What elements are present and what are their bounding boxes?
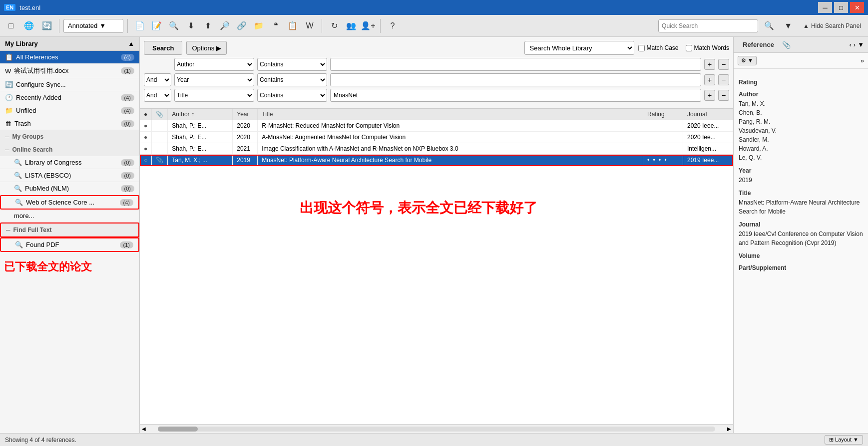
format-btn[interactable]: 📋: [285, 18, 301, 34]
search-value-input-3[interactable]: [330, 89, 701, 102]
col-year[interactable]: Year: [233, 109, 258, 120]
attach-icon[interactable]: 📎: [782, 41, 791, 49]
style-dropdown[interactable]: Annotated ▼: [63, 19, 123, 33]
search-scope-select[interactable]: Search Whole Library: [524, 41, 634, 55]
panel-forward-btn[interactable]: ›: [854, 41, 856, 48]
annotation-full-text: 出现这个符号，表示全文已经下载好了: [300, 199, 537, 218]
add-row-1-button[interactable]: +: [704, 59, 715, 70]
maximize-button[interactable]: □: [834, 2, 848, 13]
search-top-row: Search Options ▶ Search Whole Library Ma…: [144, 41, 729, 55]
options-button[interactable]: Options ▶: [186, 41, 227, 55]
sync-button[interactable]: 🔄: [39, 18, 55, 34]
scroll-right-btn[interactable]: ▶: [725, 426, 733, 432]
word-btn[interactable]: W: [302, 18, 318, 34]
sidebar-item-trash[interactable]: 🗑 Trash (0): [0, 117, 139, 130]
remove-row-2-button[interactable]: −: [718, 74, 729, 85]
row3-journal: Intelligen...: [683, 143, 733, 155]
find-full-text-header[interactable]: ─ Find Full Text: [0, 223, 139, 237]
link-btn[interactable]: 🔗: [234, 18, 250, 34]
references-table: ● 📎 Author ↑ Year Title Rating Journal ●…: [140, 109, 733, 166]
settings-btn[interactable]: ⚙ ▼: [738, 56, 757, 65]
search-field-select-3[interactable]: Title: [174, 89, 254, 102]
sidebar-item-docx[interactable]: W 尝试试用引用.docx (1): [0, 64, 139, 78]
sidebar-collapse-icon[interactable]: ▲: [128, 40, 134, 47]
sidebar-item-library-of-congress[interactable]: 🔍 Library of Congress (0): [0, 156, 139, 169]
col-title[interactable]: Title: [258, 109, 643, 120]
toolbar-separator-4: [380, 19, 381, 33]
new-ref-btn2[interactable]: 📄: [132, 18, 148, 34]
sidebar-item-configure-sync[interactable]: 🔄 Configure Sync...: [0, 78, 139, 91]
sidebar-item-all-references[interactable]: 📋 All References (4): [0, 51, 139, 64]
online-search-header[interactable]: ─ Online Search: [0, 143, 139, 156]
quick-search-btn[interactable]: 🔍: [761, 18, 777, 34]
search-operator-select-2[interactable]: And: [144, 73, 171, 86]
hide-search-panel-button[interactable]: ▲ Hide Search Panel: [799, 20, 865, 31]
search-field-select-1[interactable]: Author: [174, 58, 254, 71]
found-pdf-count: (1): [120, 241, 133, 248]
sidebar-item-found-pdf[interactable]: 🔍 Found PDF (1): [0, 237, 139, 252]
table-row-selected[interactable]: ○ 📎 Tan, M. X.; ... 2019 MnasNet: Platfo…: [140, 155, 733, 166]
search-value-input-1[interactable]: [330, 58, 701, 71]
table-row[interactable]: ● Shah, P.; E... 2021 Image Classificati…: [140, 143, 733, 155]
panel-back-btn[interactable]: ‹: [849, 41, 851, 48]
remove-row-1-button[interactable]: −: [718, 59, 729, 70]
col-journal[interactable]: Journal: [683, 109, 733, 120]
minimize-button[interactable]: ─: [818, 2, 832, 13]
search-value-input-2[interactable]: [330, 73, 701, 86]
folder-btn[interactable]: 📁: [251, 18, 267, 34]
find-btn[interactable]: 🔍: [166, 18, 182, 34]
online-search-button[interactable]: 🌐: [21, 18, 37, 34]
quote-btn[interactable]: ❝: [268, 18, 284, 34]
search-condition-select-1[interactable]: Contains: [257, 58, 327, 71]
quick-search-arrow-btn[interactable]: ▼: [780, 18, 796, 34]
author-2: Chen, B.: [739, 108, 863, 117]
sidebar-item-pubmed[interactable]: 🔍 PubMed (NLM) (0): [0, 182, 139, 195]
docx-label: 尝试试用引用.docx: [14, 66, 68, 75]
col-author[interactable]: Author ↑: [168, 109, 233, 120]
expand-right-icon[interactable]: »: [861, 57, 864, 64]
export-btn[interactable]: ⬆: [200, 18, 216, 34]
new-ref-button[interactable]: □: [3, 18, 19, 34]
year-field-value: 2019: [739, 176, 863, 185]
my-groups-header[interactable]: ─ My Groups: [0, 130, 139, 143]
layout-button[interactable]: ⊞ Layout ▼: [825, 435, 863, 445]
sidebar-item-recently-added[interactable]: 🕐 Recently Added (4): [0, 91, 139, 104]
search-condition-select-2[interactable]: Contains: [257, 73, 327, 86]
sidebar-item-lista[interactable]: 🔍 LISTA (EBSCO) (0): [0, 169, 139, 182]
person-add-btn[interactable]: 👤+: [360, 18, 376, 34]
search-field-select-2[interactable]: Year: [174, 73, 254, 86]
match-words-checkbox[interactable]: [686, 45, 692, 51]
search-condition-select-3[interactable]: Contains: [257, 89, 327, 102]
h-scrollbar-thumb[interactable]: [158, 427, 198, 432]
table-row[interactable]: ● Shah, P.; E... 2020 R-MnasNet: Reduced…: [140, 120, 733, 132]
refresh-btn[interactable]: ↻: [326, 18, 342, 34]
search-button[interactable]: Search: [144, 41, 182, 55]
import-btn[interactable]: ⬇: [183, 18, 199, 34]
toolbar-separator-1: [59, 19, 59, 33]
h-scrollbar[interactable]: [158, 427, 715, 432]
window-controls: ─ □ ✕: [818, 2, 864, 13]
quick-search-input[interactable]: [658, 19, 758, 32]
reference-tab[interactable]: Reference: [738, 39, 779, 50]
panel-options-btn[interactable]: ▼: [858, 41, 864, 48]
author-1: Tan, M. X.: [739, 99, 863, 108]
loc-label: Library of Congress: [25, 159, 81, 166]
people-btn[interactable]: 👥: [343, 18, 359, 34]
col-rating[interactable]: Rating: [643, 109, 683, 120]
remove-row-3-button[interactable]: −: [718, 90, 729, 101]
match-case-label: Match Case: [647, 44, 679, 51]
search-operator-select-3[interactable]: And: [144, 89, 171, 102]
sidebar-item-unfiled[interactable]: 📁 Unfiled (4): [0, 104, 139, 117]
add-row-3-button[interactable]: +: [704, 90, 715, 101]
edit-ref-btn[interactable]: 📝: [149, 18, 165, 34]
scroll-left-btn[interactable]: ◀: [140, 426, 148, 432]
sidebar-item-more[interactable]: more...: [0, 210, 139, 223]
close-button[interactable]: ✕: [850, 2, 864, 13]
help-button[interactable]: ?: [385, 18, 401, 34]
match-words-label: Match Words: [694, 44, 729, 51]
match-case-checkbox[interactable]: [638, 45, 645, 51]
sidebar-item-web-of-science[interactable]: 🔍 Web of Science Core ... (4): [0, 195, 139, 210]
search-btn2[interactable]: 🔎: [217, 18, 233, 34]
add-row-2-button[interactable]: +: [704, 74, 715, 85]
table-row[interactable]: ● Shah, P.; E... 2020 A-MnasNet: Augment…: [140, 132, 733, 143]
